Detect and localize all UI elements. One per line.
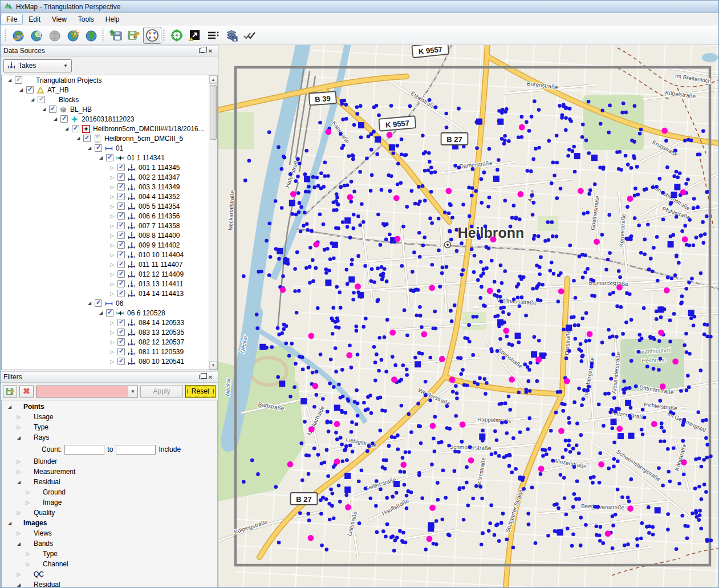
collapse-arrow-icon[interactable]: ◢ bbox=[85, 301, 94, 306]
expand-arrow-icon[interactable]: ▷ bbox=[23, 561, 33, 567]
apply-button[interactable]: Apply bbox=[140, 385, 183, 398]
collapse-arrow-icon[interactable]: ◢ bbox=[51, 116, 60, 121]
checkbox[interactable] bbox=[117, 222, 125, 229]
delete-filter-button[interactable]: ✖ bbox=[19, 385, 34, 398]
checkbox[interactable] bbox=[117, 329, 125, 336]
globe-search-button[interactable] bbox=[27, 27, 46, 44]
menu-item-edit[interactable]: Edit bbox=[23, 14, 46, 25]
tree-item[interactable]: ▷004 4 114352 bbox=[2, 192, 217, 201]
filter-item-views[interactable]: ▷Views bbox=[2, 528, 217, 538]
tree-item[interactable]: ▷001 1 114345 bbox=[2, 163, 217, 172]
checkbox[interactable] bbox=[38, 96, 45, 103]
expand-arrow-icon[interactable]: ▷ bbox=[108, 262, 117, 267]
tree-item[interactable]: ◢20160318112023 bbox=[2, 114, 217, 124]
tree-scrollbar[interactable]: ▲ ▼ bbox=[209, 75, 217, 370]
tree-item[interactable]: ◢Heilbronn_5cm_DMCIII_5 bbox=[2, 133, 217, 143]
expand-arrow-icon[interactable]: ▷ bbox=[108, 194, 117, 200]
filter-item-residual[interactable]: ◢Residual bbox=[2, 579, 217, 588]
tree-item[interactable]: ▷005 5 114354 bbox=[2, 201, 217, 211]
filter-item-type[interactable]: ▷Type bbox=[2, 549, 217, 559]
rays-count-to-input[interactable] bbox=[116, 445, 156, 455]
checkbox[interactable] bbox=[26, 86, 34, 94]
checkbox[interactable] bbox=[117, 241, 125, 249]
expand-arrow-icon[interactable]: ▷ bbox=[108, 223, 117, 229]
checkbox[interactable] bbox=[117, 202, 125, 210]
collapse-arrow-icon[interactable]: ◢ bbox=[14, 582, 23, 587]
scroll-up-icon[interactable]: ▲ bbox=[209, 75, 217, 84]
tree-item[interactable]: ▷010 10 114404 bbox=[2, 250, 217, 259]
collapse-arrow-icon[interactable]: ◢ bbox=[39, 107, 48, 112]
scrollbar-thumb[interactable] bbox=[210, 85, 217, 140]
filter-item-image[interactable]: ▷Image bbox=[2, 497, 217, 508]
map-view[interactable]: .rmc{stroke:#c8c2b4;stroke-width:4.5}.rm… bbox=[218, 45, 719, 588]
expand-arrow-icon[interactable]: ▷ bbox=[14, 424, 23, 430]
expand-arrow-icon[interactable]: ▷ bbox=[108, 281, 117, 287]
tree-item[interactable]: ▷084 14 120533 bbox=[2, 318, 217, 327]
tree-item[interactable]: ▷009 9 114402 bbox=[2, 240, 217, 250]
expand-arrow-icon[interactable]: ▷ bbox=[23, 500, 33, 505]
expand-arrow-icon[interactable]: ▷ bbox=[108, 359, 117, 364]
checkbox[interactable] bbox=[117, 319, 125, 326]
checkbox[interactable] bbox=[117, 173, 125, 181]
tree-item[interactable]: ▷080 10 120541 bbox=[2, 356, 217, 366]
tree-item[interactable]: ▷083 13 120535 bbox=[2, 327, 217, 337]
close-panel-icon[interactable]: ✕ bbox=[206, 47, 215, 55]
rays-count-from-input[interactable] bbox=[64, 445, 104, 455]
collapse-arrow-icon[interactable]: ◢ bbox=[5, 521, 14, 526]
tree-item[interactable]: ▷014 14 114413 bbox=[2, 289, 217, 298]
globe-plain-button[interactable] bbox=[82, 27, 100, 44]
tree-item[interactable]: ▷082 12 120537 bbox=[2, 337, 217, 347]
expand-arrow-icon[interactable]: ▷ bbox=[108, 291, 117, 297]
globe-browse-button[interactable] bbox=[9, 27, 27, 44]
expand-arrow-icon[interactable]: ▷ bbox=[14, 530, 23, 536]
checkbox[interactable] bbox=[83, 135, 91, 142]
menu-item-tools[interactable]: Tools bbox=[72, 14, 100, 25]
close-panel-icon[interactable]: ✕ bbox=[206, 373, 215, 381]
collapse-arrow-icon[interactable]: ◢ bbox=[28, 97, 37, 102]
expand-arrow-icon[interactable]: ▷ bbox=[108, 242, 117, 248]
fit-view-button[interactable] bbox=[143, 27, 161, 44]
collapse-arrow-icon[interactable]: ◢ bbox=[96, 155, 105, 160]
checkbox[interactable] bbox=[117, 251, 125, 258]
menu-item-view[interactable]: View bbox=[46, 14, 72, 25]
expand-arrow-icon[interactable]: ▷ bbox=[108, 320, 117, 326]
filter-item-images[interactable]: ◢Images bbox=[2, 518, 217, 528]
globe-settings-button[interactable] bbox=[64, 27, 82, 44]
titlebar[interactable]: HxMap - Triangulation Perspective bbox=[1, 1, 718, 13]
tree-item[interactable]: ◢Heilbronn5cm_DMCIII##1/18/2016... bbox=[2, 124, 217, 133]
expand-arrow-icon[interactable]: ▷ bbox=[108, 204, 117, 209]
collapse-arrow-icon[interactable]: ◢ bbox=[14, 541, 23, 546]
scroll-down-icon[interactable]: ▼ bbox=[209, 361, 217, 370]
filter-item-measurement[interactable]: ▷Measurement bbox=[2, 467, 217, 477]
collapse-arrow-icon[interactable]: ◢ bbox=[5, 78, 14, 83]
checkbox[interactable] bbox=[15, 76, 22, 84]
tree-item[interactable]: ◢AT_HB bbox=[2, 85, 217, 95]
expand-arrow-icon[interactable]: ▷ bbox=[108, 233, 117, 238]
takes-dropdown[interactable]: Takes ▼ bbox=[3, 59, 72, 72]
import-disk-button[interactable] bbox=[107, 27, 125, 44]
checkbox[interactable] bbox=[117, 280, 125, 287]
expand-arrow-icon[interactable]: ▷ bbox=[14, 571, 23, 577]
collapse-arrow-icon[interactable]: ◢ bbox=[85, 145, 94, 151]
expand-arrow-icon[interactable]: ▷ bbox=[108, 330, 117, 335]
tree-item[interactable]: ▷012 12 114409 bbox=[2, 269, 217, 279]
list-options-button[interactable] bbox=[204, 27, 222, 44]
reset-button[interactable]: Reset bbox=[185, 385, 216, 398]
tree-item[interactable]: ▷007 7 114358 bbox=[2, 221, 217, 230]
expand-arrow-icon[interactable]: ▷ bbox=[23, 489, 33, 495]
checkbox[interactable] bbox=[117, 261, 125, 268]
filter-item-blunder[interactable]: ▷Blunder bbox=[2, 456, 217, 467]
tree-item[interactable]: ◢BL_HB bbox=[2, 104, 217, 114]
globe-gray-button[interactable] bbox=[46, 27, 64, 44]
checkbox[interactable] bbox=[117, 232, 125, 239]
menu-item-help[interactable]: Help bbox=[100, 14, 125, 25]
filter-item-quality[interactable]: ▷Quality bbox=[2, 508, 217, 518]
tree-item[interactable]: ▷081 11 120539 bbox=[2, 347, 217, 356]
collapse-arrow-icon[interactable]: ◢ bbox=[96, 310, 105, 315]
tree-item[interactable]: ▷003 3 114349 bbox=[2, 182, 217, 192]
collapse-arrow-icon[interactable]: ◢ bbox=[17, 87, 26, 92]
checkbox[interactable] bbox=[95, 144, 102, 152]
filter-item-points[interactable]: ◢Points bbox=[2, 402, 217, 412]
filter-item-bands[interactable]: ◢Bands bbox=[2, 538, 217, 549]
checkbox[interactable] bbox=[106, 309, 113, 317]
